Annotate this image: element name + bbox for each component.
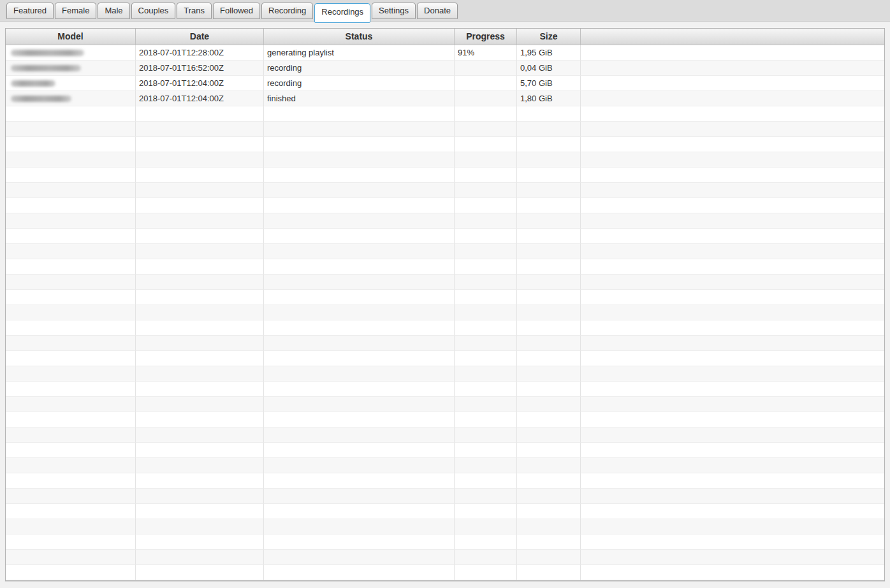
- cell-date: [136, 504, 264, 519]
- table-row-empty[interactable]: [6, 366, 884, 382]
- cell-progress: [455, 213, 517, 229]
- cell-progress: [455, 106, 517, 122]
- cell-size: [517, 427, 581, 443]
- table-row-empty[interactable]: [6, 519, 884, 534]
- table-row-empty[interactable]: [6, 229, 884, 244]
- cell-status: [264, 198, 455, 213]
- cell-status: [264, 275, 455, 290]
- cell-extra: [581, 565, 884, 580]
- table-row-empty[interactable]: [6, 427, 884, 443]
- cell-extra: [581, 366, 884, 382]
- tab-recordings[interactable]: Recordings: [314, 3, 370, 23]
- tab-couples[interactable]: Couples: [131, 3, 176, 19]
- cell-date: [136, 213, 264, 229]
- cell-size: [517, 137, 581, 152]
- cell-size: [517, 458, 581, 473]
- cell-status: [264, 320, 455, 336]
- cell-date: [136, 275, 264, 290]
- column-header-progress[interactable]: Progress: [455, 29, 517, 45]
- table-row-empty[interactable]: [6, 397, 884, 412]
- cell-size: [517, 366, 581, 382]
- table-row-empty[interactable]: [6, 351, 884, 366]
- cell-status: [264, 382, 455, 397]
- cell-size: [517, 397, 581, 412]
- table-row[interactable]: 2018-07-01T12:04:00Z finished 1,80 GiB: [6, 91, 884, 106]
- cell-size: [517, 443, 581, 458]
- cell-extra: [581, 91, 884, 106]
- column-header-size[interactable]: Size: [517, 29, 581, 45]
- column-header-status[interactable]: Status: [264, 29, 455, 45]
- cell-status: [264, 504, 455, 519]
- table-row-empty[interactable]: [6, 259, 884, 275]
- cell-size: [517, 382, 581, 397]
- cell-status: [264, 351, 455, 366]
- table-row-empty[interactable]: [6, 106, 884, 122]
- cell-status: [264, 183, 455, 198]
- table-row-empty[interactable]: [6, 320, 884, 336]
- cell-size: [517, 122, 581, 137]
- tab-label: Female: [62, 6, 89, 15]
- cell-date: 2018-07-01T12:28:00Z: [136, 45, 264, 61]
- cell-status: [264, 565, 455, 580]
- table-row-empty[interactable]: [6, 382, 884, 397]
- cell-status: [264, 427, 455, 443]
- tab-trans[interactable]: Trans: [177, 3, 212, 19]
- table-row-empty[interactable]: [6, 550, 884, 565]
- table-row-empty[interactable]: [6, 504, 884, 519]
- table-row[interactable]: 2018-07-01T12:04:00Z recording 5,70 GiB: [6, 76, 884, 91]
- cell-date: [136, 244, 264, 259]
- cell-progress: [455, 244, 517, 259]
- tab-male[interactable]: Male: [98, 3, 129, 19]
- tab-featured[interactable]: Featured: [6, 3, 54, 19]
- column-header-date[interactable]: Date: [136, 29, 264, 45]
- cell-size: [517, 519, 581, 534]
- cell-extra: [581, 61, 884, 76]
- table-row-empty[interactable]: [6, 534, 884, 550]
- cell-date: [136, 489, 264, 504]
- cell-status: [264, 168, 455, 183]
- cell-extra: [581, 351, 884, 366]
- tab-label: Featured: [13, 6, 47, 15]
- cell-progress: [455, 534, 517, 550]
- table-row-empty[interactable]: [6, 213, 884, 229]
- table-row-empty[interactable]: [6, 412, 884, 427]
- tab-followed[interactable]: Followed: [213, 3, 260, 19]
- table-row-empty[interactable]: [6, 122, 884, 137]
- tab-settings[interactable]: Settings: [372, 3, 416, 19]
- table-row-empty[interactable]: [6, 443, 884, 458]
- table-row-empty[interactable]: [6, 336, 884, 351]
- cell-size: [517, 168, 581, 183]
- cell-model: [6, 427, 136, 443]
- cell-size: [517, 152, 581, 168]
- cell-size: 1,95 GiB: [517, 45, 581, 61]
- cell-model: [6, 565, 136, 580]
- column-header-model[interactable]: Model: [6, 29, 136, 45]
- table-row-empty[interactable]: [6, 152, 884, 168]
- table-row-empty[interactable]: [6, 198, 884, 213]
- cell-status: [264, 259, 455, 275]
- table-row-empty[interactable]: [6, 458, 884, 473]
- cell-date: [136, 366, 264, 382]
- tab-recording[interactable]: Recording: [261, 3, 313, 19]
- cell-size: 5,70 GiB: [517, 76, 581, 91]
- table-row-empty[interactable]: [6, 290, 884, 305]
- tab-female[interactable]: Female: [55, 3, 96, 19]
- table-row-empty[interactable]: [6, 244, 884, 259]
- table-row-empty[interactable]: [6, 168, 884, 183]
- table-row-empty[interactable]: [6, 473, 884, 489]
- table-row-empty[interactable]: [6, 489, 884, 504]
- table-row-empty[interactable]: [6, 565, 884, 580]
- cell-extra: [581, 244, 884, 259]
- table-row-empty[interactable]: [6, 183, 884, 198]
- table-row-empty[interactable]: [6, 275, 884, 290]
- cell-size: [517, 106, 581, 122]
- tab-label: Followed: [220, 6, 253, 15]
- cell-extra: [581, 76, 884, 91]
- table-row-empty[interactable]: [6, 305, 884, 320]
- cell-extra: [581, 504, 884, 519]
- cell-progress: [455, 565, 517, 580]
- table-row[interactable]: 2018-07-01T16:52:00Z recording 0,04 GiB: [6, 61, 884, 76]
- table-row-empty[interactable]: [6, 137, 884, 152]
- tab-donate[interactable]: Donate: [417, 3, 458, 19]
- table-row[interactable]: 2018-07-01T12:28:00Z generating playlist…: [6, 45, 884, 61]
